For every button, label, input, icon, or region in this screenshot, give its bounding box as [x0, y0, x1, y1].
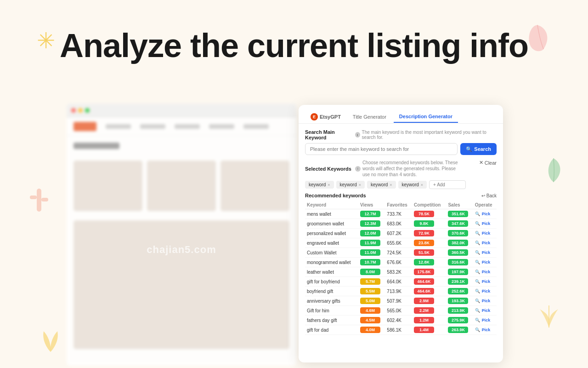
table-row: gift for boyfriend 5.7M 664.0K 464.6K 23… — [305, 277, 497, 287]
cell-operate-1: 🔍 Pick — [473, 219, 497, 229]
cell-favorites-2: 607.2K — [385, 229, 412, 238]
cell-keyword-11: fathers day gift — [305, 316, 358, 325]
etsy-icon: E — [311, 113, 318, 121]
cell-operate-0: 🔍 Pick — [473, 209, 497, 219]
cell-sales-5: 316.6K — [446, 258, 473, 267]
cell-views-0: 12.7M — [358, 209, 385, 219]
cell-competition-5: 12.8K — [412, 258, 446, 267]
cell-views-8: 5.5M — [358, 287, 385, 296]
pick-button-9[interactable]: Pick — [482, 299, 491, 303]
search-button[interactable]: 🔍 Search — [460, 143, 497, 155]
table-row: anniversary gifts 5.0M 507.9K 2.9M 193.3… — [305, 296, 497, 306]
pick-button-12[interactable]: Pick — [482, 328, 491, 332]
chip-3-label: keyword — [402, 182, 419, 187]
search-input[interactable] — [305, 143, 458, 155]
svg-rect-3 — [41, 198, 48, 201]
cell-sales-4: 360.5K — [446, 248, 473, 258]
recommended-keywords-header: Recommended keywords ↩ Back — [305, 193, 497, 198]
cell-keyword-9: anniversary gifts — [305, 296, 358, 306]
chip-1-label: keyword — [340, 182, 357, 187]
search-btn-label: Search — [474, 146, 491, 152]
chip-1-remove[interactable]: × — [359, 183, 361, 187]
cell-operate-5: 🔍 Pick — [473, 258, 497, 267]
cell-competition-1: 9.8K — [412, 219, 446, 229]
deco-left-cactus — [28, 179, 51, 216]
cell-operate-12: 🔍 Pick — [473, 325, 497, 335]
pick-button-8[interactable]: Pick — [482, 289, 491, 293]
cell-favorites-1: 683.0K — [385, 219, 412, 229]
cell-views-2: 12.0M — [358, 229, 385, 238]
table-row: mens wallet 12.7M 733.7K 78.5K 351.6K 🔍 … — [305, 209, 497, 219]
row-search-icon-0: 🔍 — [475, 212, 480, 216]
back-button[interactable]: ↩ Back — [481, 193, 497, 198]
pick-button-1[interactable]: Pick — [482, 221, 491, 226]
cell-favorites-11: 602.4K — [385, 316, 412, 325]
cell-operate-9: 🔍 Pick — [473, 296, 497, 306]
selected-info-icon: i — [355, 166, 361, 172]
selected-label-left: Selected Keywords i Choose recommended k… — [305, 160, 464, 178]
clear-icon: ✕ — [479, 160, 483, 166]
row-search-icon-8: 🔍 — [475, 289, 480, 293]
row-search-icon-3: 🔍 — [475, 241, 480, 245]
cell-views-4: 11.0M — [358, 248, 385, 258]
cell-sales-11: 275.9K — [446, 316, 473, 325]
cell-keyword-12: gift for dad — [305, 325, 358, 335]
cell-competition-7: 464.6K — [412, 277, 446, 287]
row-search-icon-4: 🔍 — [475, 250, 480, 255]
pick-button-10[interactable]: Pick — [482, 308, 491, 313]
row-search-icon-12: 🔍 — [475, 328, 480, 332]
row-search-icon-11: 🔍 — [475, 318, 480, 322]
cell-favorites-0: 733.7K — [385, 209, 412, 219]
tab-title-generator[interactable]: Title Generator — [347, 111, 392, 122]
clear-button[interactable]: ✕ Clear — [479, 160, 497, 166]
cell-operate-6: 🔍 Pick — [473, 267, 497, 277]
cell-favorites-8: 713.9K — [385, 287, 412, 296]
chip-2: keyword × — [367, 181, 396, 189]
pick-button-7[interactable]: Pick — [482, 279, 491, 284]
col-operate: Operate — [473, 201, 497, 209]
cell-favorites-6: 583.2K — [385, 267, 412, 277]
add-keyword-input[interactable] — [429, 180, 466, 189]
cell-keyword-1: groomsmen wallet — [305, 219, 358, 229]
pick-button-6[interactable]: Pick — [482, 270, 491, 274]
browser-bg — [67, 104, 296, 366]
chip-0-remove[interactable]: × — [328, 183, 330, 187]
cell-competition-8: 464.6K — [412, 287, 446, 296]
watermark-text: chajian5.com — [67, 244, 296, 256]
search-row: 🔍 Search — [305, 143, 497, 155]
cell-views-9: 5.0M — [358, 296, 385, 306]
cell-competition-9: 2.9M — [412, 296, 446, 306]
row-search-icon-2: 🔍 — [475, 231, 480, 236]
tab-etsygpt-label: EtsyGPT — [320, 114, 341, 120]
back-label: Back — [486, 193, 497, 198]
cell-keyword-4: Custom Wallet — [305, 248, 358, 258]
cell-sales-6: 197.9K — [446, 267, 473, 277]
chip-2-label: keyword — [371, 182, 388, 187]
cell-keyword-7: gift for boyfriend — [305, 277, 358, 287]
search-info-icon: i — [355, 132, 360, 138]
pick-button-0[interactable]: Pick — [482, 212, 491, 216]
tab-description-generator[interactable]: Description Generator — [394, 111, 458, 123]
row-search-icon-6: 🔍 — [475, 270, 480, 274]
table-row: fathers day gift 4.5M 602.4K 1.2M 275.9K… — [305, 316, 497, 325]
table-row: Custom Wallet 11.0M 724.5K 51.5K 360.5K … — [305, 248, 497, 258]
keywords-chips: keyword × keyword × keyword × keyword × — [305, 180, 497, 189]
chip-3-remove[interactable]: × — [421, 183, 423, 187]
cell-sales-7: 239.1K — [446, 277, 473, 287]
pick-button-2[interactable]: Pick — [482, 231, 491, 236]
cell-operate-2: 🔍 Pick — [473, 229, 497, 238]
row-search-icon-10: 🔍 — [475, 308, 480, 313]
pick-button-3[interactable]: Pick — [482, 241, 491, 245]
tab-title-label: Title Generator — [353, 114, 386, 120]
search-section-label: Search Main Keyword i The main keyword i… — [305, 129, 497, 140]
chip-2-remove[interactable]: × — [390, 183, 392, 187]
cell-views-10: 4.6M — [358, 306, 385, 316]
pick-button-11[interactable]: Pick — [482, 318, 491, 322]
pick-button-4[interactable]: Pick — [482, 250, 491, 255]
panel-tabs: E EtsyGPT Title Generator Description Ge… — [299, 105, 503, 124]
deco-mid-right-leaf — [542, 156, 565, 184]
cell-sales-3: 382.0K — [446, 238, 473, 248]
tab-etsygpt[interactable]: E EtsyGPT — [306, 110, 345, 123]
pick-button-5[interactable]: Pick — [482, 260, 491, 264]
cell-favorites-5: 676.6K — [385, 258, 412, 267]
